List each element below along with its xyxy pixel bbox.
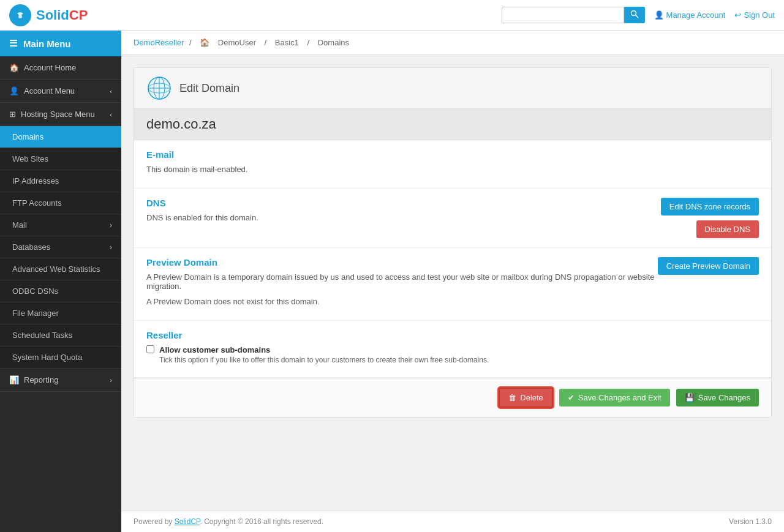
logo-icon [9,4,31,26]
reseller-section-title: Reseller [146,330,759,340]
chevron-down-icon: › [110,220,112,230]
footer-version: Version 1.3.0 [729,517,772,526]
save-changes-exit-button[interactable]: ✔ Save Changes and Exit [559,389,670,406]
preview-domain-title: Preview Domain [146,257,658,268]
svg-point-2 [631,11,636,16]
sign-out-link[interactable]: ↩ Sign Out [734,10,775,20]
allow-subdomains-label[interactable]: Allow customer sub-domains [159,345,270,354]
svg-point-1 [18,15,22,18]
delete-button[interactable]: 🗑 Delete [499,388,553,408]
footer-powered-prefix: Powered by [134,517,175,526]
logo-solid: Solid [36,7,69,23]
breadcrumb-demouser[interactable]: 🏠 DemoUser [197,38,261,47]
allow-subdomains-checkbox[interactable] [146,345,154,353]
email-section-title: E-mail [146,149,759,160]
breadcrumb-sep-1: / [189,38,194,47]
svg-line-3 [636,15,638,18]
breadcrumb-demoreseller[interactable]: DemoReseller [134,38,184,47]
domain-name-bar: demo.co.za [134,109,771,140]
sidebar-item-account-home[interactable]: 🏠 Account Home [0,56,121,80]
dns-section-text: DNS is enabled for this domain. [146,213,661,222]
topbar-links: 👤 Manage Account ↩ Sign Out [654,10,775,20]
breadcrumb-sep-3: / [307,38,312,47]
footer-copyright: . Copyright © 2016 all rights reserved. [200,517,324,526]
search-input[interactable] [502,7,624,23]
domain-name: demo.co.za [146,116,759,132]
save-icon: 💾 [685,393,695,402]
main-menu-header[interactable]: ☰ Main Menu [0,31,121,56]
chevron-left-icon: ‹ [110,88,112,95]
page-title: Edit Domain [179,82,239,95]
sidebar-item-account-menu[interactable]: 👤 Account Menu ‹ [0,80,121,103]
footer-solidcp-link[interactable]: SolidCP [175,517,200,526]
sidebar-item-reporting[interactable]: 📊 Reporting › [0,369,121,392]
sidebar-subitem-scheduled-tasks[interactable]: Scheduled Tasks [0,324,121,347]
email-section: E-mail This domain is mail-enabled. [134,140,771,189]
sidebar-item-hosting-space-menu[interactable]: ⊞ Hosting Space Menu ‹ [0,103,121,126]
sidebar-subitem-domains[interactable]: Domains [0,126,121,148]
preview-domain-section: Preview Domain A Preview Domain is a tem… [134,248,771,321]
sidebar-subitem-advanced-web-statistics[interactable]: Advanced Web Statistics [0,258,121,280]
breadcrumb-domains: Domains [318,38,349,47]
chevron-reporting-icon: › [110,377,112,384]
sidebar: ☰ Main Menu 🏠 Account Home 👤 Account Men… [0,31,121,532]
logo-text: SolidCP [36,7,88,23]
dns-section-title: DNS [146,198,661,208]
user-icon: 👤 [654,10,664,20]
action-bar: 🗑 Delete ✔ Save Changes and Exit 💾 Save … [134,378,771,417]
allow-subdomains-description: Tick this option if you like to offer th… [159,356,759,364]
home-breadcrumb-icon: 🏠 [200,38,209,47]
breadcrumb: DemoReseller / 🏠 DemoUser / Basic1 / Dom… [121,31,784,55]
search-button[interactable] [624,7,645,23]
main-content: DemoReseller / 🏠 DemoUser / Basic1 / Dom… [121,31,784,532]
chevron-down-icon-2: › [110,242,112,252]
trash-icon: 🗑 [508,393,516,402]
dns-section: DNS DNS is enabled for this domain. Edit… [134,189,771,248]
content-area: Edit Domain demo.co.za E-mail This domai… [121,55,784,511]
manage-account-link[interactable]: 👤 Manage Account [654,10,726,20]
edit-dns-zone-records-button[interactable]: Edit DNS zone records [661,198,759,215]
search-wrap [502,7,645,23]
sidebar-subitem-ip-addresses[interactable]: IP Addresses [0,170,121,192]
grid-icon: ⊞ [9,110,16,119]
topbar: SolidCP 👤 Manage Account ↩ Sign Out [0,0,784,31]
chevron-left-icon-2: ‹ [110,111,112,118]
sidebar-subitem-ftp-accounts[interactable]: FTP Accounts [0,192,121,214]
menu-icon: ☰ [9,38,17,49]
allow-subdomains-row: Allow customer sub-domains Tick this opt… [146,345,759,364]
email-section-text: This domain is mail-enabled. [146,165,759,174]
preview-domain-not-exist: A Preview Domain does not exist for this… [146,297,658,306]
preview-domain-description: A Preview Domain is a temporary domain i… [146,272,658,291]
globe-icon [146,75,172,101]
breadcrumb-sep-2: / [265,38,269,47]
sidebar-subitem-databases[interactable]: Databases › [0,236,121,258]
page-footer: Powered by SolidCP. Copyright © 2016 all… [121,511,784,532]
user-icon: 👤 [9,86,19,96]
sidebar-subitem-file-manager[interactable]: File Manager [0,302,121,324]
create-preview-domain-button[interactable]: Create Preview Domain [658,257,759,275]
reseller-section: Reseller Allow customer sub-domains Tick… [134,321,771,378]
disable-dns-button[interactable]: Disable DNS [696,220,759,238]
panel-header: Edit Domain [134,68,771,109]
topbar-right: 👤 Manage Account ↩ Sign Out [502,7,775,23]
breadcrumb-basic1: Basic1 [275,38,299,47]
sidebar-subitem-web-sites[interactable]: Web Sites [0,148,121,170]
logo-cp: CP [69,7,88,23]
save-changes-button[interactable]: 💾 Save Changes [676,389,759,406]
home-icon: 🏠 [9,63,19,72]
edit-domain-panel: Edit Domain demo.co.za E-mail This domai… [134,67,772,418]
sidebar-subitem-odbc-dsns[interactable]: ODBC DSNs [0,280,121,302]
sidebar-subitem-system-hard-quota[interactable]: System Hard Quota [0,347,121,369]
layout: ☰ Main Menu 🏠 Account Home 👤 Account Men… [0,31,784,532]
logo-area: SolidCP [9,4,88,26]
check-icon: ✔ [568,393,575,402]
sidebar-subitem-mail[interactable]: Mail › [0,214,121,236]
signout-icon: ↩ [734,10,741,20]
chart-icon: 📊 [9,375,19,384]
